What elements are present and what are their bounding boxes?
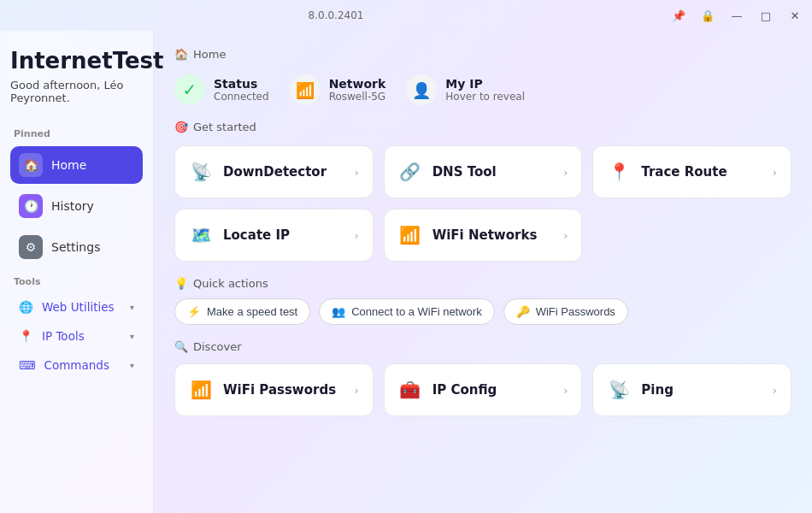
status-network: 📶 Network Roswell-5G [290, 74, 386, 105]
downdetector-label: DownDetector [223, 164, 344, 180]
status-row: ✓ Status Connected 📶 Network Roswell-5G … [174, 74, 791, 105]
discover-text: Discover [193, 340, 242, 353]
arrow-icon-8: › [773, 384, 777, 397]
arrow-icon-7: › [563, 384, 568, 397]
network-subtitle: Roswell-5G [329, 91, 386, 103]
quick-actions-icon: 💡 [174, 277, 188, 290]
arrow-icon: › [354, 166, 358, 179]
main-content: 🏠 Home ✓ Status Connected 📶 Network Rosw… [154, 31, 812, 513]
chevron-down-icon: ▾ [130, 303, 134, 312]
discover-label: 🔍 Discover [174, 340, 791, 353]
status-title: Status [214, 77, 269, 91]
lock-icon[interactable]: 🔒 [701, 9, 715, 22]
sidebar-item-commands[interactable]: ⌨️ Commands ▾ [10, 352, 143, 378]
app-subtitle: Good afternoon, Léo Peyronnet. [10, 79, 143, 104]
ping-icon: 📡 [607, 380, 631, 400]
home-label: Home [51, 158, 86, 172]
quick-actions-text: Quick actions [193, 277, 268, 290]
status-connected: ✓ Status Connected [174, 74, 269, 105]
speed-test-icon: ⚡ [187, 305, 201, 318]
wifi-passwords-label: WiFi Passwords [536, 305, 615, 318]
maximize-icon[interactable]: □ [759, 9, 773, 22]
network-icon: 📶 [290, 74, 321, 105]
commands-label: Commands [44, 358, 109, 372]
version-label: 8.0.0.2401 [309, 9, 364, 21]
breadcrumb-home-icon: 🏠 [174, 48, 188, 61]
trace-route-label: Trace Route [641, 164, 762, 180]
arrow-icon-4: › [354, 229, 358, 242]
tool-card-dns-tool[interactable]: 🔗 DNS Tool › [384, 145, 583, 198]
trace-route-icon: 📍 [607, 162, 631, 182]
tool-card-downdetector[interactable]: 📡 DownDetector › [174, 145, 374, 198]
quick-actions-row: ⚡ Make a speed test 👥 Connect to a WiFi … [174, 298, 791, 325]
settings-label: Settings [51, 240, 100, 254]
quick-actions-label: 💡 Quick actions [174, 277, 791, 290]
connect-wifi-icon: 👥 [332, 305, 345, 318]
myip-title: My IP [445, 77, 525, 91]
locate-ip-label: Locate IP [223, 227, 344, 243]
web-utilities-label: Web Utilities [42, 300, 115, 314]
sidebar-item-history[interactable]: 🕐 History [10, 187, 143, 225]
discover-grid: 📶 WiFi Passwords › 🧰 IP Config › 📡 Ping … [174, 363, 791, 416]
breadcrumb: 🏠 Home [174, 48, 791, 61]
window-controls: 📌 🔒 — □ ✕ [672, 9, 802, 22]
sidebar-item-home[interactable]: 🏠 Home [10, 146, 143, 184]
ip-tools-icon: 📍 [19, 329, 33, 343]
discover-card-wifi-passwords[interactable]: 📶 WiFi Passwords › [174, 363, 374, 416]
speed-test-button[interactable]: ⚡ Make a speed test [174, 298, 310, 325]
ping-label: Ping [641, 382, 762, 398]
wifi-passwords-disc-icon: 📶 [189, 380, 213, 400]
arrow-icon-6: › [354, 384, 358, 397]
app-title: InternetTest [10, 48, 143, 74]
wifi-passwords-qa-icon: 🔑 [516, 305, 530, 318]
status-connected-icon: ✓ [174, 74, 205, 105]
get-started-label: 🎯 Get started [174, 121, 791, 133]
myip-subtitle: Hover to reveal [445, 91, 525, 103]
sidebar-item-web-utilities[interactable]: 🌐 Web Utilities ▾ [10, 294, 143, 320]
locate-ip-icon: 🗺️ [189, 225, 213, 245]
wifi-networks-label: WiFi Networks [432, 227, 553, 243]
dns-tool-icon: 🔗 [398, 162, 422, 182]
ip-tools-label: IP Tools [42, 329, 85, 343]
pinned-label: Pinned [10, 128, 143, 139]
myip-icon: 👤 [406, 74, 437, 105]
commands-icon: ⌨️ [19, 358, 36, 372]
wifi-passwords-button[interactable]: 🔑 WiFi Passwords [503, 298, 628, 325]
arrow-icon-2: › [563, 166, 568, 179]
dns-tool-label: DNS Tool [432, 164, 553, 180]
history-icon: 🕐 [19, 194, 43, 218]
close-icon[interactable]: ✕ [788, 9, 802, 22]
network-title: Network [329, 77, 386, 91]
tool-card-wifi-networks[interactable]: 📶 WiFi Networks › [384, 209, 583, 262]
discover-card-ip-config[interactable]: 🧰 IP Config › [384, 363, 583, 416]
chevron-down-icon-3: ▾ [130, 361, 134, 370]
sidebar: InternetTest Good afternoon, Léo Peyronn… [0, 31, 154, 513]
connect-wifi-button[interactable]: 👥 Connect to a WiFi network [319, 298, 494, 325]
discover-card-ping[interactable]: 📡 Ping › [592, 363, 791, 416]
get-started-icon: 🎯 [174, 121, 188, 133]
status-myip: 👤 My IP Hover to reveal [406, 74, 525, 105]
chevron-down-icon-2: ▾ [130, 332, 134, 341]
sidebar-item-ip-tools[interactable]: 📍 IP Tools ▾ [10, 323, 143, 349]
ip-config-icon: 🧰 [398, 380, 422, 400]
breadcrumb-text: Home [193, 48, 226, 61]
pin-icon[interactable]: 📌 [672, 9, 685, 22]
ip-config-label: IP Config [432, 382, 553, 398]
arrow-icon-5: › [563, 229, 568, 242]
minimize-icon[interactable]: — [730, 9, 744, 22]
get-started-text: Get started [193, 121, 256, 133]
status-subtitle: Connected [214, 91, 269, 103]
wifi-passwords-disc-label: WiFi Passwords [223, 382, 344, 398]
sidebar-item-settings[interactable]: ⚙️ Settings [10, 228, 143, 266]
speed-test-label: Make a speed test [207, 305, 297, 318]
downdetector-icon: 📡 [189, 162, 213, 182]
tool-card-locate-ip[interactable]: 🗺️ Locate IP › [174, 209, 374, 262]
connect-wifi-label: Connect to a WiFi network [351, 305, 481, 318]
arrow-icon-3: › [773, 166, 777, 179]
tools-grid: 📡 DownDetector › 🔗 DNS Tool › 📍 Trace Ro… [174, 145, 791, 262]
wifi-networks-icon: 📶 [398, 225, 422, 245]
history-label: History [51, 199, 94, 213]
tool-card-trace-route[interactable]: 📍 Trace Route › [592, 145, 791, 198]
discover-icon: 🔍 [174, 340, 188, 353]
tools-label: Tools [10, 276, 143, 287]
